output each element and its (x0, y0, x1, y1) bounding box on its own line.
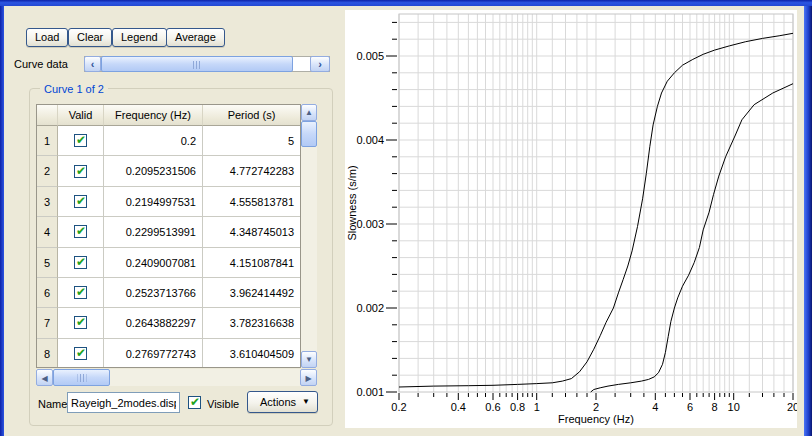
valid-cell: ✔ (58, 126, 104, 156)
table-row: 3✔0.21949975314.555813781 (37, 187, 300, 217)
check-icon: ✔ (76, 254, 86, 270)
check-icon: ✔ (76, 132, 86, 148)
row-number[interactable]: 4 (37, 217, 58, 247)
svg-text:2: 2 (593, 401, 599, 413)
chevron-right-icon: › (318, 58, 322, 70)
valid-checkbox[interactable]: ✔ (74, 195, 87, 208)
actions-button[interactable]: Actions ▼ (247, 391, 318, 413)
table-row: 8✔0.27697727433.610404509 (37, 339, 300, 368)
row-number[interactable]: 7 (37, 308, 58, 338)
x-axis-title: Frequency (Hz) (558, 413, 634, 425)
svg-text:0.005: 0.005 (356, 50, 384, 62)
row-number[interactable]: 2 (37, 156, 58, 186)
row-number[interactable]: 5 (37, 248, 58, 278)
table-row: 6✔0.25237137663.962414492 (37, 278, 300, 308)
frequency-cell[interactable]: 0.2643882297 (104, 308, 203, 338)
period-cell[interactable]: 4.772742283 (203, 156, 300, 186)
period-cell[interactable]: 4.555813781 (203, 187, 300, 217)
plot-canvas[interactable]: 0.20.40.60.81246810200.0010.0020.0030.00… (345, 10, 797, 428)
window-top-border (0, 0, 812, 6)
svg-text:0.001: 0.001 (356, 386, 384, 398)
period-cell[interactable]: 3.610404509 (203, 339, 300, 368)
average-button[interactable]: Average (166, 28, 225, 47)
valid-cell: ✔ (58, 339, 104, 368)
header-corner[interactable] (37, 105, 58, 126)
check-icon: ✔ (76, 223, 86, 239)
table-row: 1✔0.25 (37, 126, 300, 156)
vscroll-thumb[interactable] (301, 121, 317, 147)
period-cell[interactable]: 5 (203, 126, 300, 156)
frequency-cell[interactable]: 0.2 (104, 126, 203, 156)
table-hscrollbar[interactable]: ◀ ▶ (36, 369, 317, 386)
check-icon: ✔ (76, 284, 86, 300)
row-number[interactable]: 3 (37, 187, 58, 217)
valid-checkbox[interactable]: ✔ (74, 286, 87, 299)
frequency-cell[interactable]: 0.2095231506 (104, 156, 203, 186)
svg-text:6: 6 (687, 401, 693, 413)
valid-cell: ✔ (58, 217, 104, 247)
period-cell[interactable]: 3.962414492 (203, 278, 300, 308)
legend-button[interactable]: Legend (112, 28, 167, 47)
valid-cell: ✔ (58, 187, 104, 217)
frequency-cell[interactable]: 0.2299513991 (104, 217, 203, 247)
check-icon: ✔ (76, 193, 86, 209)
clear-button[interactable]: Clear (68, 28, 112, 47)
row-number[interactable]: 8 (37, 339, 58, 368)
svg-text:4: 4 (652, 401, 658, 413)
frequency-cell[interactable]: 0.2523713766 (104, 278, 203, 308)
row-number[interactable]: 6 (37, 278, 58, 308)
scroll-up-button[interactable]: ▲ (301, 104, 317, 121)
valid-cell: ✔ (58, 248, 104, 278)
scroll-left-button[interactable]: ◀ (36, 369, 53, 386)
y-axis-title: Slowness (s/m) (346, 165, 358, 240)
scroll-down-button[interactable]: ▼ (301, 351, 317, 368)
dispersion-plot[interactable]: 0.20.40.60.81246810200.0010.0020.0030.00… (345, 10, 797, 428)
curve-data-label: Curve data (14, 57, 68, 71)
load-button[interactable]: Load (26, 28, 68, 47)
name-input[interactable] (67, 392, 180, 413)
frequency-cell[interactable]: 0.2409007081 (104, 248, 203, 278)
visible-label: Visible (207, 397, 239, 411)
curve-selector-left-button[interactable]: ‹ (84, 56, 101, 72)
period-cell[interactable]: 4.348745013 (203, 217, 300, 247)
check-icon: ✔ (76, 345, 86, 361)
header-frequency[interactable]: Frequency (Hz) (104, 105, 203, 126)
svg-text:0.8: 0.8 (510, 401, 525, 413)
left-arrow-icon: ◀ (41, 374, 47, 383)
curve-selector-thumb[interactable] (101, 56, 293, 72)
period-cell[interactable]: 4.151087841 (203, 248, 300, 278)
visible-checkbox[interactable]: ✔ (188, 396, 201, 409)
valid-checkbox[interactable]: ✔ (74, 316, 87, 329)
frequency-cell[interactable]: 0.2769772743 (104, 339, 203, 368)
svg-text:0.004: 0.004 (356, 134, 384, 146)
valid-checkbox[interactable]: ✔ (74, 256, 87, 269)
svg-text:0.6: 0.6 (485, 401, 500, 413)
row-number[interactable]: 1 (37, 126, 58, 156)
table-vscrollbar[interactable]: ▲ ▼ (301, 104, 317, 368)
valid-cell: ✔ (58, 278, 104, 308)
valid-cell: ✔ (58, 308, 104, 338)
valid-checkbox[interactable]: ✔ (74, 165, 87, 178)
thumb-grip-icon (77, 374, 86, 382)
svg-text:1: 1 (534, 401, 540, 413)
curve-selector-right-button[interactable]: › (310, 56, 330, 72)
table-body: 1✔0.252✔0.20952315064.7727422833✔0.21949… (37, 126, 300, 368)
period-cell[interactable]: 3.782316638 (203, 308, 300, 338)
valid-checkbox[interactable]: ✔ (74, 225, 87, 238)
valid-checkbox[interactable]: ✔ (74, 134, 87, 147)
window-right-border (804, 6, 812, 436)
header-valid[interactable]: Valid (58, 105, 104, 126)
hscroll-thumb[interactable] (53, 369, 110, 386)
svg-text:20: 20 (787, 401, 797, 413)
check-icon: ✔ (190, 394, 200, 410)
frequency-cell[interactable]: 0.2194997531 (104, 187, 203, 217)
dropdown-arrow-icon: ▼ (302, 393, 310, 410)
header-period[interactable]: Period (s) (203, 105, 300, 126)
scroll-right-button[interactable]: ▶ (300, 369, 317, 386)
svg-text:0.002: 0.002 (356, 302, 384, 314)
valid-checkbox[interactable]: ✔ (74, 347, 87, 360)
valid-cell: ✔ (58, 156, 104, 186)
table-row: 7✔0.26438822973.782316638 (37, 308, 300, 338)
window-left-border (0, 6, 4, 436)
thumb-grip-icon (193, 61, 202, 69)
